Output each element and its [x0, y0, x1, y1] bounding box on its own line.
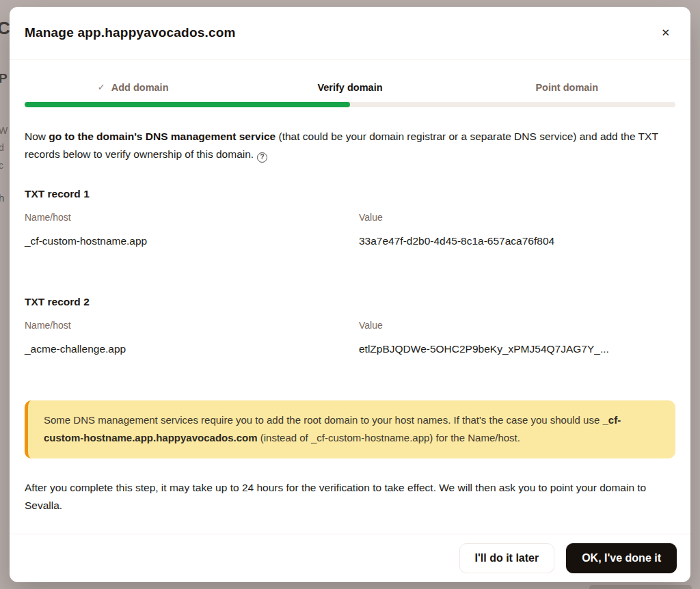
modal-body: ✓ Add domain Verify domain Point domain … — [10, 60, 690, 534]
step-label: Add domain — [111, 81, 169, 94]
background-text-fragment: h — [0, 192, 4, 204]
modal-title: Manage app.happyavocados.com — [25, 25, 236, 40]
background-text-fragment: W — [0, 125, 8, 136]
step-label: Verify domain — [317, 81, 382, 94]
instructions-text: Now — [25, 131, 49, 142]
value-label: Value — [359, 320, 675, 331]
txt-record-1: TXT record 1 Name/host Value _cf-custom-… — [25, 188, 675, 247]
warning-text: Some DNS management services require you… — [44, 414, 602, 426]
stepper-progress-track — [25, 102, 675, 107]
modal-header: Manage app.happyavocados.com ✕ — [10, 7, 690, 59]
verify-instructions: Now go to the domain's DNS management se… — [25, 128, 675, 163]
modal-footer: I'll do it later OK, I've done it — [10, 534, 690, 582]
root-domain-warning-callout: Some DNS management services require you… — [25, 400, 675, 458]
txt-record-2: TXT record 2 Name/host Value _acme-chall… — [25, 296, 675, 355]
verification-delay-note: After you complete this step, it may tak… — [25, 479, 675, 515]
close-icon[interactable]: ✕ — [654, 25, 677, 40]
record-grid: Name/host Value _cf-custom-hostname.app … — [25, 212, 675, 247]
warning-text: (instead of _cf-custom-hostname.app) for… — [258, 432, 520, 443]
background-text-fragment: c — [0, 160, 3, 171]
background-text-fragment: P — [0, 71, 8, 86]
ok-done-button[interactable]: OK, I've done it — [566, 543, 677, 573]
instructions-bold-text: go to the domain's DNS management servic… — [49, 131, 275, 142]
step-verify-domain: Verify domain — [241, 81, 458, 94]
background-text-fragment: d — [0, 142, 4, 153]
record-value: etlZpBJQDWe-5OHC2P9beKy_xPMJ54Q7JAG7Y_..… — [359, 343, 675, 355]
name-host-value: _acme-challenge.app — [25, 343, 359, 355]
record-grid: Name/host Value _acme-challenge.app etlZ… — [25, 320, 675, 355]
step-label: Point domain — [535, 81, 598, 94]
background-button-fragment — [589, 585, 692, 589]
name-host-label: Name/host — [25, 320, 359, 331]
do-it-later-button[interactable]: I'll do it later — [459, 543, 555, 573]
manage-domain-modal: Manage app.happyavocados.com ✕ ✓ Add dom… — [10, 7, 690, 582]
step-add-domain: ✓ Add domain — [25, 81, 241, 94]
record-title: TXT record 2 — [25, 296, 675, 308]
record-value: 33a7e47f-d2b0-4d45-8c1a-657aca76f804 — [359, 235, 675, 247]
background-logo-fragment: C — [0, 18, 10, 39]
help-icon[interactable]: ? — [257, 152, 267, 163]
record-title: TXT record 1 — [25, 188, 675, 200]
stepper-progress-fill — [25, 102, 350, 107]
value-label: Value — [359, 212, 675, 223]
check-icon: ✓ — [98, 81, 105, 94]
name-host-value: _cf-custom-hostname.app — [25, 235, 359, 247]
step-point-domain: Point domain — [459, 81, 675, 94]
name-host-label: Name/host — [25, 212, 359, 223]
domain-setup-stepper: ✓ Add domain Verify domain Point domain — [25, 81, 675, 94]
